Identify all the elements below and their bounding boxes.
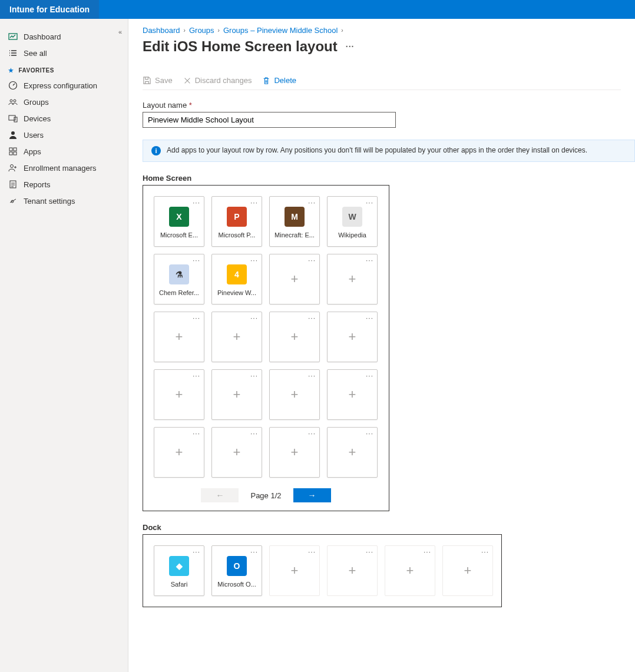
tile-more-icon[interactable]: ···	[250, 256, 258, 264]
plus-icon: +	[291, 329, 299, 345]
top-bar: Intune for Education	[0, 0, 635, 19]
list-icon	[8, 48, 18, 58]
empty-tile[interactable]: ···+	[211, 312, 262, 362]
app-tile[interactable]: ···PMicrosoft P...	[211, 196, 262, 247]
empty-tile[interactable]: ···+	[385, 545, 435, 596]
empty-tile[interactable]: ···+	[327, 312, 378, 362]
page-prev-button[interactable]: ←	[201, 488, 239, 502]
delete-button[interactable]: Delete	[262, 76, 296, 85]
tile-more-icon[interactable]: ···	[366, 548, 373, 556]
empty-tile[interactable]: ···+	[327, 254, 378, 304]
empty-tile[interactable]: ···+	[327, 369, 378, 420]
plus-icon: +	[349, 445, 356, 460]
sidebar-item-label: Devices	[24, 114, 51, 123]
plus-icon: +	[291, 387, 299, 402]
empty-tile[interactable]: ···+	[154, 312, 204, 362]
sidebar-item-tenant-settings[interactable]: Tenant settings	[0, 193, 128, 209]
sidebar-item-dashboard[interactable]: Dashboard	[0, 28, 128, 45]
tile-more-icon[interactable]: ···	[193, 548, 200, 556]
tile-more-icon[interactable]: ···	[250, 198, 258, 207]
tile-more-icon[interactable]: ···	[424, 548, 431, 556]
devices-icon	[8, 114, 18, 123]
chevron-right-icon: ›	[218, 27, 220, 34]
tile-more-icon[interactable]: ···	[193, 372, 200, 380]
page-next-button[interactable]: →	[293, 488, 331, 502]
tile-more-icon[interactable]: ···	[193, 256, 200, 264]
empty-tile[interactable]: ···+	[269, 427, 320, 478]
empty-tile[interactable]: ···+	[269, 369, 320, 420]
app-label: Microsoft E...	[160, 231, 198, 239]
save-button[interactable]: Save	[143, 76, 173, 85]
collapse-sidebar-icon[interactable]: «	[118, 28, 122, 35]
page-indicator: Page 1/2	[250, 491, 281, 500]
plus-icon: +	[349, 387, 356, 402]
tile-more-icon[interactable]: ···	[250, 372, 258, 380]
tile-more-icon[interactable]: ···	[308, 429, 316, 438]
empty-tile[interactable]: ···+	[269, 545, 320, 596]
page-more-icon[interactable]: ···	[346, 42, 355, 51]
sidebar: « Dashboard See all ★ FAVORITES Express …	[0, 19, 128, 672]
tile-more-icon[interactable]: ···	[193, 198, 200, 207]
breadcrumb-groups[interactable]: Groups	[189, 26, 214, 35]
discard-button[interactable]: Discard changes	[183, 76, 252, 85]
tile-more-icon[interactable]: ···	[308, 372, 316, 380]
brand[interactable]: Intune for Education	[0, 0, 99, 19]
plus-icon: +	[349, 272, 356, 287]
sidebar-item-devices[interactable]: Devices	[0, 110, 128, 127]
empty-tile[interactable]: ···+	[211, 427, 262, 478]
tile-more-icon[interactable]: ···	[308, 548, 316, 556]
tile-more-icon[interactable]: ···	[250, 548, 258, 556]
empty-tile[interactable]: ···+	[327, 545, 378, 596]
app-tile[interactable]: ···4Pineview W...	[211, 254, 262, 304]
app-tile[interactable]: ···OMicrosoft O...	[211, 545, 262, 596]
empty-tile[interactable]: ···+	[154, 369, 204, 420]
empty-tile[interactable]: ···+	[327, 427, 378, 478]
app-tile[interactable]: ···◆Safari	[154, 545, 204, 596]
sidebar-item-enrollment-managers[interactable]: Enrollment managers	[0, 160, 128, 176]
trash-icon	[262, 77, 270, 85]
sidebar-item-label: Express configuration	[24, 81, 97, 90]
tile-more-icon[interactable]: ···	[366, 256, 373, 264]
tile-more-icon[interactable]: ···	[366, 372, 373, 380]
empty-tile[interactable]: ···+	[211, 369, 262, 420]
sidebar-item-groups[interactable]: Groups	[0, 94, 128, 110]
breadcrumb-dashboard[interactable]: Dashboard	[143, 26, 180, 35]
sidebar-item-label: Tenant settings	[24, 197, 75, 206]
svg-point-6	[11, 131, 15, 135]
tile-more-icon[interactable]: ···	[308, 256, 316, 264]
sidebar-item-users[interactable]: Users	[0, 127, 128, 143]
empty-tile[interactable]: ···+	[269, 254, 320, 304]
plus-icon: +	[349, 329, 356, 345]
tile-more-icon[interactable]: ···	[366, 429, 373, 438]
tile-more-icon[interactable]: ···	[481, 548, 489, 556]
tile-more-icon[interactable]: ···	[366, 314, 373, 322]
app-icon: X	[169, 207, 189, 227]
empty-tile[interactable]: ···+	[269, 312, 320, 362]
sidebar-item-see-all[interactable]: See all	[0, 45, 128, 61]
tile-more-icon[interactable]: ···	[193, 314, 200, 322]
tile-more-icon[interactable]: ···	[366, 198, 373, 207]
app-tile[interactable]: ···WWikipedia	[327, 196, 378, 247]
sidebar-item-express-configuration[interactable]: Express configuration	[0, 77, 128, 94]
empty-tile[interactable]: ···+	[154, 427, 204, 478]
sidebar-item-reports[interactable]: Reports	[0, 176, 128, 193]
tile-more-icon[interactable]: ···	[193, 429, 200, 438]
sidebar-item-apps[interactable]: Apps	[0, 143, 128, 160]
app-tile[interactable]: ···⚗Chem Refer...	[154, 254, 204, 304]
layout-name-input[interactable]	[143, 112, 396, 128]
close-icon	[183, 77, 191, 85]
tile-more-icon[interactable]: ···	[308, 314, 316, 322]
app-tile[interactable]: ···XMicrosoft E...	[154, 196, 204, 247]
tile-more-icon[interactable]: ···	[250, 314, 258, 322]
dock-grid: ···◆Safari···OMicrosoft O...···+···+···+…	[154, 545, 491, 596]
empty-tile[interactable]: ···+	[442, 545, 493, 596]
app-icon: 4	[227, 264, 247, 284]
star-icon: ★	[8, 67, 14, 74]
tile-more-icon[interactable]: ···	[308, 198, 316, 207]
tile-more-icon[interactable]: ···	[250, 429, 258, 438]
app-label: Minecraft: E...	[274, 231, 315, 239]
app-tile[interactable]: ···MMinecraft: E...	[269, 196, 320, 247]
plus-icon: +	[176, 329, 183, 345]
breadcrumb-group-detail[interactable]: Groups – Pineview Middle School	[223, 26, 338, 35]
app-label: Chem Refer...	[159, 289, 199, 296]
